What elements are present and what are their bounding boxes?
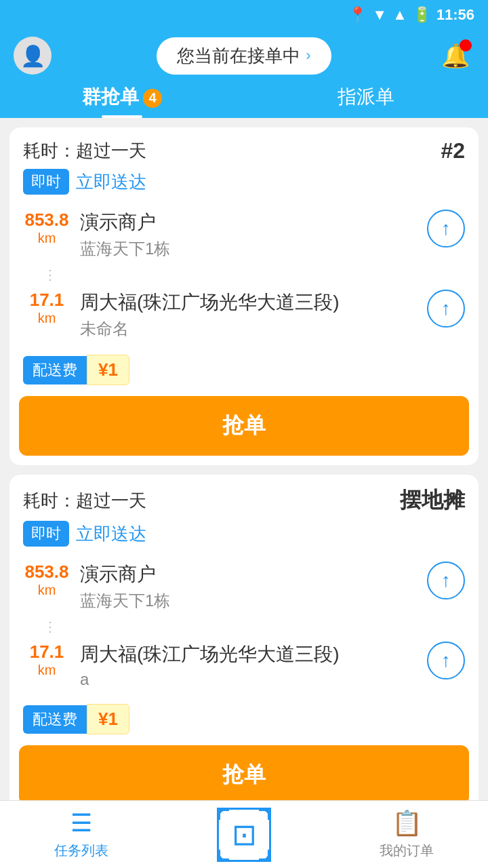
- to-nav-btn-2[interactable]: ↑: [427, 642, 465, 679]
- scan-corner-tr: [259, 808, 271, 820]
- scan-corner-br: [259, 850, 271, 862]
- fee-label-2: 配送费: [23, 705, 87, 734]
- tab-group-grab[interactable]: 群抢单4: [0, 84, 244, 118]
- price-row-2: 配送费 ¥1: [9, 696, 479, 743]
- nav-my-orders[interactable]: 📋 我的订单: [325, 801, 488, 868]
- nav-up-icon-2: ↑: [441, 570, 451, 591]
- from-row-2: 853.8 km 演示商户 蓝海天下1栋 ↑: [23, 555, 465, 618]
- battery-icon: 🔋: [413, 6, 431, 24]
- to-name-2: 周大福(珠江广场光华大道三段): [80, 642, 418, 667]
- to-dist-num-1: 17.1: [23, 290, 70, 311]
- to-dist-unit-1: km: [23, 311, 70, 326]
- from-address-1: 蓝海天下1栋: [80, 238, 418, 260]
- status-bar: 📍 ▼ ▲ 🔋 11:56: [0, 0, 488, 30]
- from-name-2: 演示商户: [80, 561, 418, 587]
- nav-task-list[interactable]: ☰ 任务列表: [0, 801, 163, 868]
- to-name-1: 周大福(珠江广场光华大道三段): [80, 290, 418, 315]
- my-orders-icon: 📋: [392, 809, 422, 837]
- location-icon: 📍: [348, 6, 367, 24]
- card-header-2: 耗时：超过一天 摆地摊: [9, 475, 479, 521]
- grab-button-2[interactable]: 抢单: [19, 745, 469, 805]
- from-distance-1: 853.8 km: [23, 210, 70, 246]
- from-distance-2: 853.8 km: [23, 561, 70, 598]
- tab-bar: 群抢单4 指派单: [0, 75, 488, 118]
- from-info-2: 演示商户 蓝海天下1栋: [80, 561, 418, 612]
- status-pill[interactable]: 您当前在接单中 ›: [157, 37, 331, 75]
- fee-amount-1: ¥1: [87, 355, 129, 385]
- scan-qr-icon: ⊡: [232, 817, 257, 852]
- from-address-2: 蓝海天下1栋: [80, 590, 418, 612]
- to-distance-1: 17.1 km: [23, 290, 70, 326]
- locations-1: 853.8 km 演示商户 蓝海天下1栋 ↑ ⋮ 17.1 km: [9, 203, 479, 347]
- tab-assigned-label: 指派单: [338, 86, 394, 107]
- from-dist-num-2: 853.8: [23, 561, 70, 583]
- to-row-1: 17.1 km 周大福(珠江广场光华大道三段) 未命名 ↑: [23, 283, 465, 347]
- time-label-2: 耗时：超过一天: [23, 489, 146, 513]
- to-nav-btn-1[interactable]: ↑: [427, 290, 465, 328]
- dots-1: ⋮: [23, 267, 465, 283]
- to-dist-unit-2: km: [23, 663, 70, 678]
- order-card-1: 耗时：超过一天 #2 即时 立即送达 853.8 km 演示商户 蓝海天下1栋 …: [9, 127, 479, 465]
- time-label-1: 耗时：超过一天: [23, 139, 146, 163]
- to-dist-num-2: 17.1: [23, 642, 70, 663]
- status-arrow: ›: [306, 47, 310, 64]
- tab-group-grab-badge: 4: [143, 89, 162, 108]
- task-list-label: 任务列表: [54, 842, 108, 860]
- user-icon: 👤: [20, 44, 45, 68]
- scan-corner-bl: [217, 850, 229, 862]
- price-row-1: 配送费 ¥1: [9, 347, 479, 393]
- to-distance-2: 17.1 km: [23, 642, 70, 678]
- dots-2: ⋮: [23, 618, 465, 635]
- card-header-1: 耗时：超过一天 #2: [9, 127, 479, 169]
- deliver-label-2: 立即送达: [76, 522, 146, 546]
- wifi-icon: ▼: [372, 6, 387, 24]
- from-name-1: 演示商户: [80, 210, 418, 235]
- tab-group-grab-label: 群抢单: [82, 86, 139, 107]
- time-display: 11:56: [436, 6, 474, 24]
- my-orders-label: 我的订单: [380, 842, 434, 860]
- order-num-2: 摆地摊: [400, 486, 465, 515]
- notification-badge: [460, 39, 472, 52]
- instant-tag-2: 即时: [23, 521, 69, 547]
- order-card-2: 耗时：超过一天 摆地摊 即时 立即送达 853.8 km 演示商户 蓝海天下1栋…: [9, 475, 479, 814]
- bottom-nav: ☰ 任务列表 ⊡ 📋 我的订单: [0, 800, 488, 868]
- to-info-2: 周大福(珠江广场光华大道三段) a: [80, 642, 418, 689]
- tag-row-1: 即时 立即送达: [9, 169, 479, 203]
- fee-label-1: 配送费: [23, 356, 87, 384]
- from-dist-num-1: 853.8: [23, 210, 70, 231]
- to-row-2: 17.1 km 周大福(珠江广场光华大道三段) a ↑: [23, 635, 465, 696]
- nav-up-icon-to-1: ↑: [441, 298, 451, 319]
- nav-up-icon-1: ↑: [441, 218, 451, 239]
- instant-tag-1: 即时: [23, 169, 69, 195]
- task-list-icon: ☰: [70, 809, 92, 837]
- status-text: 您当前在接单中: [177, 44, 300, 68]
- header: 👤 您当前在接单中 › 🔔: [0, 30, 488, 75]
- order-num-1: #2: [441, 138, 465, 163]
- tag-row-2: 即时 立即送达: [9, 521, 479, 555]
- from-info-1: 演示商户 蓝海天下1栋: [80, 210, 418, 260]
- from-nav-btn-1[interactable]: ↑: [427, 210, 465, 248]
- order-list: 耗时：超过一天 #2 即时 立即送达 853.8 km 演示商户 蓝海天下1栋 …: [0, 118, 488, 868]
- locations-2: 853.8 km 演示商户 蓝海天下1栋 ↑ ⋮ 17.1 km 周大福(珠: [9, 555, 479, 696]
- tab-assigned[interactable]: 指派单: [244, 84, 488, 118]
- status-icons: 📍 ▼ ▲ 🔋 11:56: [348, 6, 474, 24]
- scan-button[interactable]: ⊡: [217, 808, 271, 862]
- notification-button[interactable]: 🔔: [436, 37, 474, 75]
- from-dist-unit-2: km: [23, 583, 70, 598]
- avatar-button[interactable]: 👤: [14, 37, 52, 75]
- grab-button-1[interactable]: 抢单: [19, 396, 469, 456]
- to-address-1: 未命名: [80, 318, 418, 340]
- to-address-2: a: [80, 670, 418, 689]
- to-info-1: 周大福(珠江广场光华大道三段) 未命名: [80, 290, 418, 340]
- fee-amount-2: ¥1: [87, 704, 129, 734]
- signal-icon: ▲: [392, 6, 407, 24]
- from-nav-btn-2[interactable]: ↑: [427, 561, 465, 599]
- nav-up-icon-to-2: ↑: [441, 650, 451, 671]
- deliver-label-1: 立即送达: [76, 170, 146, 194]
- scan-corner-tl: [217, 808, 229, 820]
- from-dist-unit-1: km: [23, 231, 70, 246]
- from-row-1: 853.8 km 演示商户 蓝海天下1栋 ↑: [23, 203, 465, 267]
- nav-scan[interactable]: ⊡: [163, 801, 325, 868]
